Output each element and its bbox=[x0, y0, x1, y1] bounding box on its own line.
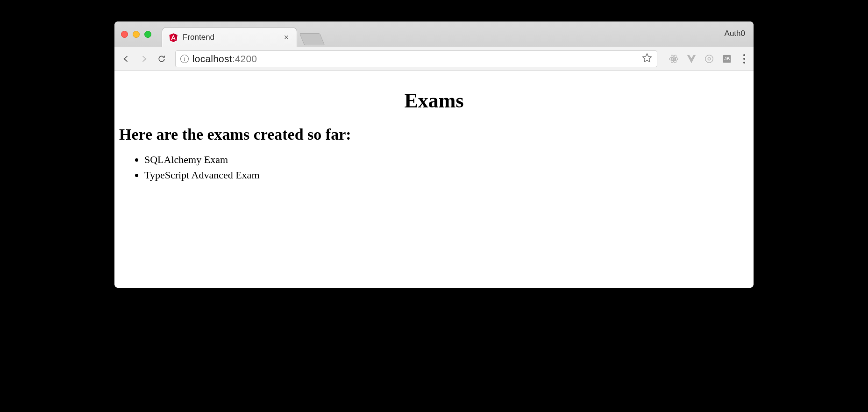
svg-point-8 bbox=[708, 57, 711, 60]
svg-point-7 bbox=[705, 55, 713, 63]
list-item: SQLAlchemy Exam bbox=[144, 152, 749, 167]
tab-title: Frontend bbox=[183, 33, 278, 42]
browser-menu-button[interactable] bbox=[740, 54, 749, 64]
svg-marker-2 bbox=[643, 53, 651, 61]
address-bar[interactable]: i localhost:4200 bbox=[175, 50, 657, 67]
site-info-icon[interactable]: i bbox=[180, 55, 189, 63]
bookmark-star-icon[interactable] bbox=[642, 53, 652, 65]
new-tab-button[interactable] bbox=[299, 33, 325, 45]
url-port: :4200 bbox=[232, 53, 257, 64]
window-controls bbox=[121, 31, 151, 38]
url-host: localhost bbox=[192, 53, 232, 64]
angular-icon bbox=[169, 33, 178, 42]
jetbrains-extension-icon[interactable]: JB bbox=[721, 53, 733, 65]
circle-extension-icon[interactable] bbox=[703, 53, 715, 65]
page-subheading: Here are the exams created so far: bbox=[119, 126, 749, 143]
exams-list: SQLAlchemy Exam TypeScript Advanced Exam bbox=[144, 152, 749, 183]
profile-label[interactable]: Auth0 bbox=[725, 29, 745, 38]
page-viewport: Exams Here are the exams created so far:… bbox=[114, 71, 754, 288]
svg-point-3 bbox=[673, 58, 675, 60]
url-text: localhost:4200 bbox=[192, 53, 257, 64]
close-window-button[interactable] bbox=[121, 31, 128, 38]
maximize-window-button[interactable] bbox=[144, 31, 151, 38]
browser-toolbar: i localhost:4200 bbox=[114, 47, 754, 71]
browser-tab[interactable]: Frontend × bbox=[162, 27, 297, 47]
browser-window: Frontend × Auth0 i localhost:4200 bbox=[114, 21, 754, 288]
forward-button[interactable] bbox=[137, 52, 151, 66]
back-button[interactable] bbox=[119, 52, 133, 66]
extension-icons: JB bbox=[668, 53, 733, 65]
vue-devtools-icon[interactable] bbox=[685, 53, 697, 65]
minimize-window-button[interactable] bbox=[133, 31, 140, 38]
react-devtools-icon[interactable] bbox=[668, 53, 680, 65]
close-tab-button[interactable]: × bbox=[283, 33, 290, 42]
tab-strip: Frontend × Auth0 bbox=[114, 21, 754, 47]
list-item: TypeScript Advanced Exam bbox=[144, 167, 749, 183]
page-heading: Exams bbox=[119, 89, 749, 113]
svg-text:JB: JB bbox=[725, 56, 730, 61]
reload-button[interactable] bbox=[155, 52, 169, 66]
